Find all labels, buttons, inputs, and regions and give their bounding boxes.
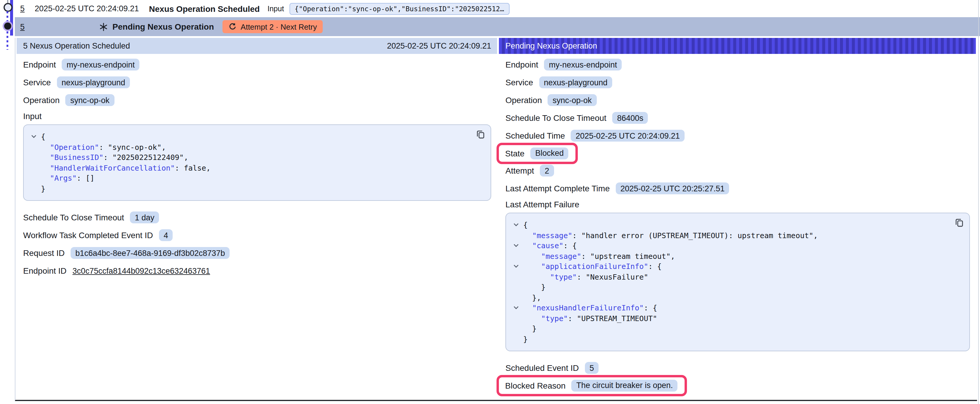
field-value: The circuit breaker is open. xyxy=(571,379,678,391)
event-detail-fields-top: Endpoint my-nexus-endpoint Service nexus… xyxy=(17,54,497,107)
code-gutter xyxy=(31,163,41,173)
code-text: "message": "upstream timeout", xyxy=(523,251,675,261)
pending-fields-bottom: Scheduled Event ID 5 Blocked Reason The … xyxy=(499,357,976,396)
field-value: nexus-playground xyxy=(539,76,612,88)
detail-field-row: Request ID b1c6a4bc-8ee7-468a-9169-df3b0… xyxy=(23,246,230,260)
field-label: Scheduled Event ID xyxy=(506,363,579,372)
detail-field-row: Operation sync-op-ok xyxy=(506,93,597,107)
field-value: nexus-playground xyxy=(57,76,130,88)
input-json-block: { "Operation": "sync-op-ok", "BusinessID… xyxy=(23,124,491,201)
field-value: Blocked xyxy=(530,147,568,159)
event-id-link[interactable]: 5 xyxy=(20,4,25,13)
event-detail-header-title: 5 Nexus Operation Scheduled xyxy=(23,41,130,50)
code-gutter xyxy=(31,183,41,194)
code-line: }, xyxy=(513,292,962,303)
event-detail-header: 5 Nexus Operation Scheduled 2025-02-25 U… xyxy=(17,38,497,54)
code-gutter xyxy=(513,334,523,344)
failure-code-label: Last Attempt Failure xyxy=(506,200,976,209)
pending-event-id-link[interactable]: 5 xyxy=(20,22,25,31)
field-value: sync-op-ok xyxy=(548,94,597,106)
field-label: Scheduled Time xyxy=(506,131,565,140)
field-value: 2025-02-25 UTC 20:24:09.21 xyxy=(571,130,684,142)
selected-event-node-icon[interactable] xyxy=(4,22,11,30)
copy-icon[interactable] xyxy=(476,130,485,139)
code-text: "message": "handler error (UPSTREAM_TIME… xyxy=(523,230,818,241)
collapse-chevron-icon[interactable] xyxy=(513,241,523,251)
detail-field-row: Workflow Task Completed Event ID 4 xyxy=(23,229,173,242)
detail-field-row: Scheduled Time 2025-02-25 UTC 20:24:09.2… xyxy=(506,129,684,142)
event-detail-fields-bottom: Schedule To Close Timeout 1 day Workflow… xyxy=(17,207,497,277)
field-value: 4 xyxy=(159,229,173,241)
field-value: my-nexus-endpoint xyxy=(544,59,622,70)
detail-field-row: Last Attempt Complete Time 2025-02-25 UT… xyxy=(506,182,729,195)
event-timestamp: 2025-02-25 UTC 20:24:09.21 xyxy=(35,4,139,13)
code-text: "BusinessID": "20250225122409", xyxy=(41,152,188,163)
field-value: my-nexus-endpoint xyxy=(62,59,140,70)
collapse-chevron-icon[interactable] xyxy=(513,261,523,272)
code-text: } xyxy=(523,282,546,292)
timeline-dashed-connector xyxy=(7,11,8,21)
event-node-icon[interactable] xyxy=(3,3,12,11)
pending-asterisk-icon xyxy=(99,22,108,31)
collapse-chevron-icon[interactable] xyxy=(31,131,41,142)
code-line: } xyxy=(513,282,962,292)
code-text: { xyxy=(523,220,528,230)
code-line: "message": "upstream timeout", xyxy=(513,251,962,261)
code-line: } xyxy=(31,183,484,194)
pending-operation-title: Pending Nexus Operation xyxy=(112,22,214,32)
code-gutter xyxy=(513,251,523,261)
event-input-preview[interactable]: {"Operation":"sync-op-ok","BusinessID":"… xyxy=(289,3,509,14)
code-text: } xyxy=(523,334,528,344)
event-summary-row[interactable]: 5 2025-02-25 UTC 20:24:09.21 Nexus Opera… xyxy=(0,0,980,17)
code-gutter xyxy=(31,152,41,163)
code-line: "Args": [] xyxy=(31,173,484,183)
collapse-chevron-icon[interactable] xyxy=(513,303,523,313)
failure-json-block: { "message": "handler error (UPSTREAM_TI… xyxy=(506,213,970,351)
field-label: Blocked Reason xyxy=(505,380,566,390)
code-line: { xyxy=(31,131,484,142)
code-line: "nexusHandlerFailureInfo": { xyxy=(513,303,962,313)
event-detail-panel: 5 Nexus Operation Scheduled 2025-02-25 U… xyxy=(17,38,497,400)
field-value: 5 xyxy=(585,362,599,374)
detail-field-row: Service nexus-playground xyxy=(506,76,612,89)
code-text: "type": "UPSTREAM_TIMEOUT" xyxy=(523,313,657,323)
code-gutter xyxy=(513,292,523,303)
field-value: 86400s xyxy=(612,112,648,124)
field-value: sync-op-ok xyxy=(65,94,114,106)
event-title: Nexus Operation Scheduled xyxy=(149,4,259,13)
field-label: Schedule To Close Timeout xyxy=(23,213,124,222)
field-label: Service xyxy=(506,78,533,87)
detail-field-row: State Blocked xyxy=(496,143,578,164)
field-value: b1c6a4bc-8ee7-468a-9169-df3b02c8737b xyxy=(71,247,229,259)
field-label: Endpoint ID xyxy=(23,266,67,276)
collapse-chevron-icon[interactable] xyxy=(513,220,523,230)
code-line: "cause": { xyxy=(513,241,962,251)
input-code-label: Input xyxy=(23,111,497,121)
code-line: { xyxy=(513,220,962,230)
field-label: Service xyxy=(23,78,51,87)
code-line: "type": "NexusFailure" xyxy=(513,272,962,282)
timeline-connector-stub xyxy=(7,0,8,3)
field-value: 2 xyxy=(540,165,554,176)
code-line: "Operation": "sync-op-ok", xyxy=(31,142,484,152)
code-line: "BusinessID": "20250225122409", xyxy=(31,152,484,163)
code-gutter xyxy=(31,173,41,183)
event-input-label: Input xyxy=(267,5,284,13)
detail-field-row: Scheduled Event ID 5 xyxy=(506,361,599,374)
code-text: }, xyxy=(523,292,541,303)
detail-field-row: Endpoint my-nexus-endpoint xyxy=(23,58,139,71)
detail-field-row: Endpoint ID 3c0c75ccfa8144b092c13ce63246… xyxy=(23,264,210,277)
copy-icon[interactable] xyxy=(955,218,964,228)
code-text: { xyxy=(41,131,45,142)
field-value-link[interactable]: 3c0c75ccfa8144b092c13ce632463761 xyxy=(72,266,210,275)
pending-operation-header: Pending Nexus Operation xyxy=(499,38,976,54)
detail-field-row: Attempt 2 xyxy=(506,164,554,177)
scrollbar-track[interactable] xyxy=(978,0,979,404)
code-line: } xyxy=(513,323,962,334)
pending-operation-row[interactable]: 5 Pending Nexus Operation Attempt 2 · Ne… xyxy=(15,17,980,36)
attempt-retry-badge: Attempt 2 · Next Retry xyxy=(222,20,323,33)
field-label: Endpoint xyxy=(23,60,56,69)
code-gutter xyxy=(513,272,523,282)
field-value: 1 day xyxy=(130,211,159,223)
code-text: "Args": [] xyxy=(41,173,95,183)
